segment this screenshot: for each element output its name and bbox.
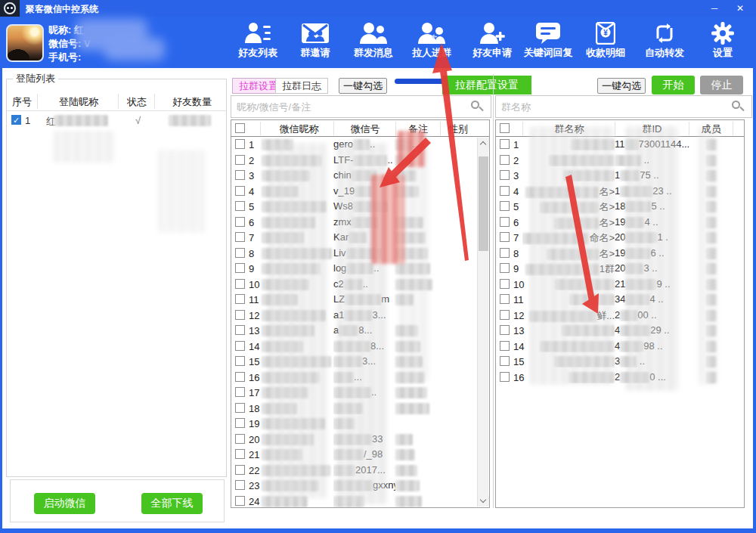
redacted-remark xyxy=(395,496,422,507)
cell-remark xyxy=(395,402,441,414)
row-number: 19 xyxy=(249,418,259,429)
nav-payment-detail[interactable]: ¥ 收款明细 xyxy=(577,17,634,68)
row-number: 23 xyxy=(249,480,259,491)
row-number: 7 xyxy=(513,232,519,243)
minimize-button[interactable]: ─ xyxy=(703,0,726,17)
title-bar: 聚客微信中控系统 ─ ✕ xyxy=(0,0,756,17)
row-checkbox[interactable] xyxy=(235,434,245,444)
svg-text:¥: ¥ xyxy=(603,29,608,37)
nav-settings[interactable]: 设置 xyxy=(700,17,745,68)
scroll-up-arrow[interactable] xyxy=(478,138,489,149)
select-all-checkbox[interactable] xyxy=(500,123,510,133)
pull-into-group-icon xyxy=(417,22,447,45)
row-checkbox[interactable] xyxy=(500,155,510,165)
friend-search-input[interactable] xyxy=(231,96,491,117)
row-checkbox[interactable] xyxy=(500,201,510,211)
nav-pull-into-group[interactable]: 拉人进群 xyxy=(402,17,461,68)
row-checkbox[interactable] xyxy=(500,372,510,382)
login-row[interactable]: ✓ 1 红 √ xyxy=(7,113,226,129)
row-checkbox[interactable] xyxy=(235,170,245,180)
row-number: 20 xyxy=(249,434,259,445)
start-button[interactable]: 开始 xyxy=(652,76,695,95)
row-checkbox[interactable] xyxy=(235,310,245,320)
row-checkbox[interactable] xyxy=(500,310,510,320)
row-checkbox[interactable] xyxy=(235,465,245,475)
row-checkbox[interactable] xyxy=(500,356,510,366)
row-checkbox[interactable] xyxy=(235,356,245,366)
stop-button[interactable]: 停止 xyxy=(700,76,743,95)
row-checkbox[interactable] xyxy=(500,325,510,335)
row-checkbox[interactable] xyxy=(500,139,510,149)
row-checkbox[interactable] xyxy=(235,232,245,242)
row-checkbox[interactable] xyxy=(235,294,245,304)
row-checkbox[interactable] xyxy=(235,496,245,506)
row-checkbox[interactable] xyxy=(500,217,510,227)
row-number: 9 xyxy=(249,263,254,274)
row-number: 3 xyxy=(513,170,519,181)
row-checkbox[interactable] xyxy=(235,372,245,382)
row-number: 4 xyxy=(513,186,519,197)
redaction-blur xyxy=(699,126,718,385)
select-all-groups-button[interactable]: 一键勾选 xyxy=(597,78,646,94)
start-wechat-button[interactable]: 启动微信 xyxy=(34,493,95,514)
row-checkbox[interactable] xyxy=(235,263,245,273)
row-checkbox[interactable] xyxy=(235,155,245,165)
redaction-blur xyxy=(268,143,327,498)
cell-remark xyxy=(395,433,441,445)
row-checkbox[interactable] xyxy=(500,263,510,273)
group-search-input[interactable] xyxy=(496,96,751,117)
row-checkbox[interactable] xyxy=(500,279,510,289)
row-number: 17 xyxy=(249,387,259,398)
nav-group-invite[interactable]: 群邀请 xyxy=(287,17,344,68)
nav-friend-request[interactable]: 好友申请 xyxy=(463,17,522,68)
redaction-blur-red xyxy=(371,175,404,264)
row-checkbox[interactable] xyxy=(500,232,510,242)
row-number: 6 xyxy=(249,217,254,228)
row-checkbox[interactable] xyxy=(235,186,245,196)
row-checkbox[interactable] xyxy=(500,170,510,180)
row-number: 2 xyxy=(249,155,254,166)
row-checkbox[interactable] xyxy=(235,248,245,258)
panel-divider xyxy=(493,74,494,508)
row-checkbox[interactable] xyxy=(235,403,245,413)
row-checkbox[interactable] xyxy=(500,294,510,304)
pull-group-config-button[interactable]: 拉群配置设置 xyxy=(442,76,531,95)
close-button[interactable]: ✕ xyxy=(729,0,751,17)
nav-group-message[interactable]: 群发消息 xyxy=(345,17,402,68)
row-checkbox[interactable] xyxy=(235,325,245,335)
row-checkbox[interactable] xyxy=(235,387,245,397)
row-checkbox[interactable] xyxy=(235,217,245,227)
status-check: √ xyxy=(135,115,141,126)
settings-icon xyxy=(711,22,734,45)
row-checkbox[interactable] xyxy=(235,201,245,211)
row-checkbox[interactable] xyxy=(235,418,245,428)
offline-all-button[interactable]: 全部下线 xyxy=(141,493,203,514)
row-checkbox[interactable] xyxy=(235,449,245,459)
nav-keyword-reply[interactable]: 关键词回复 xyxy=(515,17,581,68)
scroll-down-arrow[interactable] xyxy=(478,495,489,507)
tab-pull-group-log[interactable]: 拉群日志 xyxy=(275,78,328,94)
row-checkbox[interactable] xyxy=(235,480,245,490)
nav-auto-forward[interactable]: 自动转发 xyxy=(636,17,693,68)
login-row-checkbox[interactable]: ✓ xyxy=(11,115,21,125)
friend-search-box xyxy=(231,95,491,118)
scrollbar-thumb[interactable] xyxy=(479,156,488,251)
select-all-friends-button[interactable]: 一键勾选 xyxy=(339,78,387,94)
row-checkbox[interactable] xyxy=(235,279,245,289)
row-number: 6 xyxy=(513,217,519,228)
friends-table-scrollbar[interactable] xyxy=(477,138,488,507)
row-checkbox[interactable] xyxy=(500,186,510,196)
friend-request-icon xyxy=(479,22,506,45)
row-checkbox[interactable] xyxy=(235,341,245,351)
login-table-header: 序号 登陆昵称 状态 好友数量 xyxy=(7,91,226,111)
select-all-checkbox[interactable] xyxy=(235,123,245,133)
nav-friend-list[interactable]: 好友列表 xyxy=(229,17,287,68)
window-border xyxy=(0,17,2,533)
redaction-blur xyxy=(530,126,615,385)
row-checkbox[interactable] xyxy=(235,139,245,149)
window-title: 聚客微信中控系统 xyxy=(26,3,98,16)
row-number: 16 xyxy=(249,372,259,383)
row-checkbox[interactable] xyxy=(500,248,510,258)
phone-row: 手机号: xyxy=(48,51,81,64)
row-checkbox[interactable] xyxy=(500,341,510,351)
